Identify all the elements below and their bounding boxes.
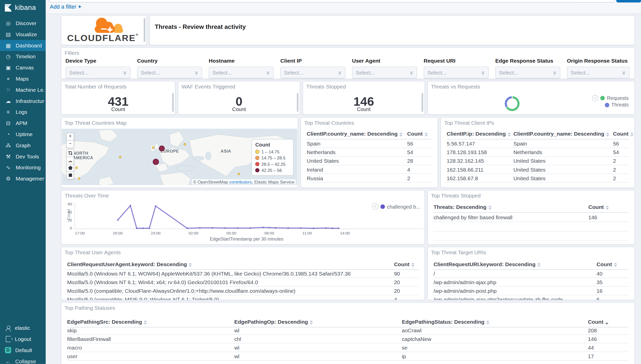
sidebar-item-maps[interactable]: ⌖Maps [0, 73, 46, 84]
legend-requests[interactable]: » Requests [592, 95, 629, 101]
sidebar-item-space-default[interactable]: DDefault [0, 345, 46, 356]
edge-response-status-select[interactable]: Select...∨ [495, 67, 560, 79]
map-distance-tool-button[interactable] [66, 157, 74, 165]
table-cell: United States [513, 167, 546, 173]
map-threat-marker[interactable] [159, 145, 165, 151]
map-threat-marker[interactable] [184, 143, 186, 146]
sidebar-item-uptime[interactable]: ◔Uptime [0, 129, 46, 140]
hostname-select[interactable]: Select...∨ [209, 67, 274, 79]
user-agent-select[interactable]: Select...∨ [352, 67, 417, 79]
registered-mark: ® [136, 33, 139, 37]
legend-challenged[interactable]: » challenged b... [372, 204, 420, 210]
update-button[interactable] [616, 0, 641, 3]
osm-contributors-link[interactable]: contributors, [229, 179, 253, 184]
table-cell: 146 [588, 336, 597, 342]
legend-dot [255, 168, 259, 172]
map-zoom-out-button[interactable]: − [66, 140, 74, 148]
map-bounds-tool-button[interactable] [66, 172, 74, 179]
country-select[interactable]: Select...∨ [137, 67, 202, 79]
space-default-icon: D [5, 347, 11, 353]
map-viewport[interactable]: NORTHAMERICA EUROPE ASIA + − Count 1 – 1… [62, 129, 297, 185]
kibana-logo-icon [4, 3, 13, 12]
metric-unit: Count [303, 106, 425, 112]
sidebar-item-discover[interactable]: ◎Discover [0, 18, 46, 29]
infrastructure-icon: ☁ [5, 98, 11, 104]
panel-scrollbar[interactable] [297, 93, 298, 112]
column-header[interactable]: Threats: Descending [433, 204, 491, 210]
y-tick: 0 [63, 226, 72, 230]
sidebar-item-user[interactable]: elastic [0, 322, 46, 334]
sidebar-item-canvas[interactable]: ▣Canvas [0, 62, 46, 73]
cloudflare-cloud-icon [83, 16, 128, 34]
sidebar-item-apm[interactable]: ⊟APM [0, 118, 46, 129]
threats-vs-requests-panel: Threats vs Requests » Requests Threats [427, 81, 635, 115]
column-header[interactable]: EdgePathingStatus: Descending [402, 319, 489, 325]
sidebar-item-dev-tools[interactable]: ⚒Dev Tools [0, 151, 46, 162]
column-header[interactable]: ClientRequestURI.keyword: Descending [433, 261, 540, 267]
kibana-logo[interactable]: kibana [0, 0, 46, 16]
panel-scrollbar[interactable] [172, 93, 174, 112]
sidebar-item-infrastructure[interactable]: ☁Infrastructure [0, 95, 46, 106]
table-cell: wl [234, 327, 239, 333]
column-header[interactable]: Count [407, 131, 428, 137]
column-header[interactable]: Count [588, 204, 609, 210]
map-crop-tool-button[interactable] [66, 149, 74, 157]
table-cell: 20 [394, 279, 400, 285]
logo-panel-scrollbar[interactable] [144, 18, 145, 42]
chevron-down-icon: ∨ [553, 69, 556, 76]
map-threat-marker[interactable] [75, 167, 78, 169]
sidebar-item-timelion[interactable]: ◷Timelion [0, 51, 46, 62]
column-header[interactable]: ClientIP.ip: Descending [447, 131, 511, 137]
legend-threats[interactable]: Threats [605, 102, 629, 108]
challenged-legend-dot [380, 204, 385, 209]
column-header[interactable]: EdgePathingSrc: Descending [67, 319, 147, 325]
sidebar-item-visualize[interactable]: ▤Visualize [0, 29, 46, 40]
client-ip-select[interactable]: Select...∨ [280, 67, 345, 79]
top-pathing-statuses-panel: Top Pathing Statuses EdgePathingSrc: Des… [61, 302, 635, 364]
collapse-icon: ← [5, 358, 11, 364]
map-label-north-america: NORTHAMERICA [73, 151, 93, 160]
map-threat-marker[interactable] [152, 147, 155, 149]
top-threat-client-ips-panel: Top Threat Client IPs ClientIP.ip: Desce… [441, 117, 635, 188]
graph-icon: ⁂ [5, 142, 11, 148]
sidebar-item-management[interactable]: ⚙Management [0, 173, 46, 184]
sort-icon [605, 205, 609, 209]
map-threat-marker[interactable] [78, 177, 80, 180]
column-header[interactable]: Count [588, 319, 608, 325]
table-cell: ip [402, 353, 406, 359]
kibana-dashboard-app: kibana ◎Discover ▤Visualize ▦Dashboard ◷… [0, 0, 641, 364]
legend-expand-icon[interactable]: » [592, 95, 598, 101]
map-polygon-tool-button[interactable] [66, 164, 74, 172]
sidebar-item-logout[interactable]: Logout [0, 334, 46, 345]
column-header[interactable]: Count [613, 131, 633, 137]
column-header[interactable]: EdgePathingOp: Descending [234, 319, 313, 325]
table-cell: United States [513, 158, 546, 164]
column-header[interactable]: Count [597, 261, 617, 267]
query-input[interactable] [48, 0, 615, 3]
table-cell: Ireland [307, 167, 323, 173]
column-header[interactable]: ClientIP.country_name: Descending [513, 131, 609, 137]
request-uri-select[interactable]: Select...∨ [424, 67, 488, 79]
origin-response-status-select[interactable]: Select...∨ [567, 67, 630, 79]
sidebar-item-logs[interactable]: ≡Logs [0, 106, 46, 118]
table-cell: 2 [613, 175, 616, 181]
sidebar-item-graph[interactable]: ⁂Graph [0, 140, 46, 151]
legend-expand-icon[interactable]: » [372, 204, 378, 210]
column-header[interactable]: Count [394, 261, 414, 267]
sidebar-item-dashboard[interactable]: ▦Dashboard [0, 40, 46, 51]
sidebar-item-machine-learning[interactable]: ⁙Machine Le... [0, 84, 46, 96]
sidebar-item-monitoring[interactable]: ∿Monitoring [0, 162, 46, 173]
map-threat-marker[interactable] [119, 156, 122, 158]
panel-scrollbar[interactable] [421, 93, 423, 112]
map-threat-marker[interactable] [238, 173, 240, 175]
add-filter-link[interactable]: Add a filter + [50, 3, 81, 10]
map-threat-marker[interactable] [153, 158, 159, 165]
legend-item: 14.75 – 28.5 [255, 155, 290, 160]
map-zoom-in-button[interactable]: + [66, 133, 74, 141]
device-type-select[interactable]: Select...∨ [65, 67, 130, 79]
column-header[interactable]: ClientIP.country_name: Descending [307, 131, 403, 137]
column-header[interactable]: ClientRequestUserAgent.keyword: Descendi… [67, 261, 192, 267]
threats-vs-requests-donut[interactable] [505, 96, 519, 111]
sidebar-item-collapse[interactable]: ←Collapse [0, 356, 46, 364]
table-cell: 2 [613, 158, 616, 164]
